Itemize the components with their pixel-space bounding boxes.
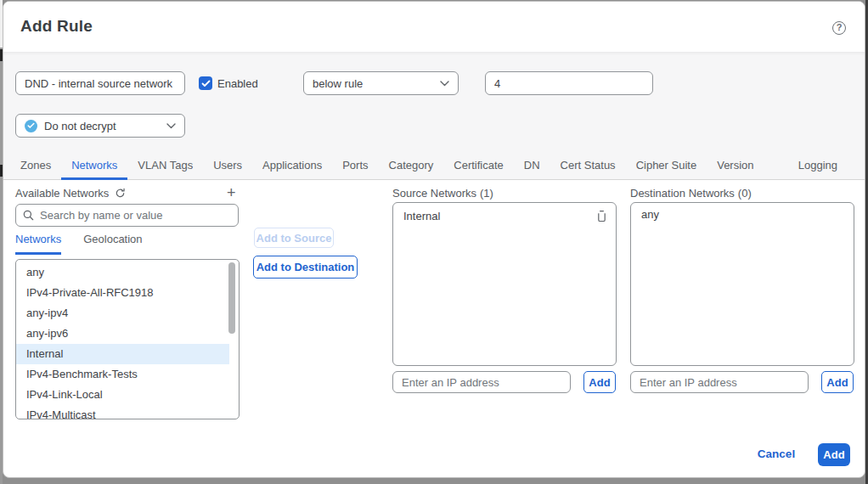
network-subtabs: Networks Geolocation (15, 233, 143, 255)
help-icon[interactable]: ? (832, 21, 846, 35)
refresh-icon[interactable] (115, 188, 126, 199)
list-item[interactable]: any-ipv4 (16, 303, 229, 324)
source-networks-panel: Internal (392, 202, 617, 366)
network-search-box (15, 204, 239, 227)
enabled-checkbox[interactable] (199, 76, 212, 90)
list-item[interactable]: IPv4-Benchmark-Tests (16, 364, 229, 385)
source-ip-input[interactable] (392, 371, 571, 393)
destination-ip-input[interactable] (630, 371, 809, 393)
add-rule-submit-button[interactable]: Add (818, 443, 850, 466)
cancel-button[interactable]: Cancel (751, 447, 802, 460)
tab-logging[interactable]: Logging (788, 152, 848, 180)
tab-ports[interactable]: Ports (332, 152, 378, 180)
list-item[interactable]: IPv4-Private-All-RFC1918 (16, 283, 229, 303)
dialog-header: Add Rule ? (3, 2, 865, 52)
source-add-ip-button[interactable]: Add (583, 371, 616, 393)
tab-networks[interactable]: Networks (61, 152, 127, 180)
search-icon (23, 210, 34, 221)
list-item[interactable]: any (16, 262, 229, 283)
source-network-row: Internal (393, 203, 616, 222)
trash-icon[interactable] (596, 210, 607, 222)
tab-version[interactable]: Version (707, 152, 764, 180)
tab-cipher-suite[interactable]: Cipher Suite (626, 152, 707, 180)
tab-cert-status[interactable]: Cert Status (550, 152, 626, 180)
tab-zones[interactable]: Zones (10, 152, 61, 180)
source-networks-label: Source Networks (1) (392, 187, 493, 200)
destination-network-row: any (631, 203, 854, 221)
subtab-networks[interactable]: Networks (15, 233, 61, 255)
criteria-tabbar: Zones Networks VLAN Tags Users Applicati… (3, 152, 865, 180)
action-select[interactable]: Do not decrypt (15, 114, 185, 138)
rule-name-input[interactable] (15, 71, 185, 95)
destination-networks-label: Destination Networks (0) (630, 187, 752, 200)
tab-certificate[interactable]: Certificate (443, 152, 514, 180)
destination-networks-title: Destination Networks (630, 187, 735, 200)
add-to-destination-button[interactable]: Add to Destination (253, 256, 358, 279)
available-networks-title: Available Networks (15, 187, 109, 200)
list-item[interactable]: IPv4-Link-Local (16, 385, 229, 405)
add-rule-dialog: Add Rule ? Name Enabled Insert below rul… (3, 1, 865, 478)
action-select-value: Do not decrypt (44, 120, 160, 132)
source-networks-title: Source Networks (392, 187, 476, 200)
tab-vlan-tags[interactable]: VLAN Tags (127, 152, 203, 180)
list-item-selected[interactable]: Internal (16, 344, 229, 364)
subtab-geolocation[interactable]: Geolocation (83, 233, 142, 255)
available-networks-list: any IPv4-Private-All-RFC1918 any-ipv4 an… (15, 259, 240, 419)
tab-users[interactable]: Users (203, 152, 252, 180)
source-network-name: Internal (403, 210, 596, 222)
available-networks-label: Available Networks (15, 187, 126, 200)
add-network-object-icon[interactable]: + (227, 186, 236, 200)
destination-networks-count: (0) (738, 187, 752, 200)
check-icon (201, 80, 211, 87)
chevron-down-icon (166, 123, 176, 129)
destination-networks-panel: any (630, 202, 854, 366)
chevron-down-icon (440, 81, 449, 87)
insert-select[interactable]: below rule (303, 71, 459, 95)
add-to-source-button[interactable]: Add to Source (254, 228, 334, 248)
dialog-title: Add Rule (20, 17, 93, 36)
list-item[interactable]: IPv4-Multicast (16, 405, 229, 419)
destination-network-value: any (641, 208, 845, 221)
list-scrollbar[interactable] (228, 262, 235, 334)
tab-dn[interactable]: DN (514, 152, 550, 180)
tab-category[interactable]: Category (379, 152, 444, 180)
list-item[interactable]: any-ipv6 (16, 324, 229, 344)
source-networks-count: (1) (480, 187, 493, 200)
do-not-decrypt-icon (25, 120, 37, 132)
insert-position-input[interactable] (485, 71, 653, 95)
destination-add-ip-button[interactable]: Add (821, 371, 854, 393)
insert-select-value: below rule (313, 77, 433, 90)
enabled-label: Enabled (217, 77, 258, 90)
check-icon (27, 122, 35, 129)
network-search-input[interactable] (40, 209, 231, 222)
tab-applications[interactable]: Applications (252, 152, 332, 180)
